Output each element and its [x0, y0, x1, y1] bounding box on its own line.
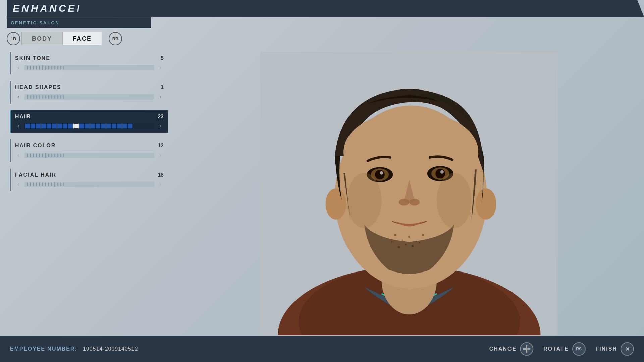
skin-tone-slider[interactable] — [24, 65, 154, 70]
svg-point-15 — [440, 170, 444, 173]
hair-color-next[interactable]: › — [157, 152, 164, 159]
svg-point-24 — [398, 246, 400, 248]
svg-point-26 — [412, 245, 414, 247]
svg-point-21 — [416, 241, 417, 242]
svg-marker-30 — [523, 345, 530, 353]
tab-face[interactable]: FACE — [62, 32, 102, 45]
app-title: ENHANCE! — [13, 3, 82, 14]
employee-label: EMPLOYEE NUMBER: — [10, 346, 77, 352]
svg-point-22 — [422, 234, 424, 236]
bottom-bar: EMPLOYEE NUMBER: 190514-2009140512 CHANG… — [0, 336, 644, 362]
rb-button[interactable]: RB — [109, 32, 122, 45]
lb-button[interactable]: LB — [7, 32, 20, 45]
finish-button[interactable]: FINISH ✕ — [596, 342, 634, 356]
facial-hair-prev[interactable]: ‹ — [15, 181, 22, 188]
option-hair-color[interactable]: HAIR COLOR 12 ‹ — [10, 139, 168, 162]
facial-hair-next[interactable]: › — [157, 181, 164, 188]
employee-section: EMPLOYEE NUMBER: 190514-2009140512 — [10, 346, 138, 352]
svg-point-28 — [347, 173, 382, 228]
hair-slider[interactable] — [24, 123, 154, 129]
hair-next[interactable]: › — [157, 122, 164, 129]
hair-prev[interactable]: ‹ — [15, 122, 22, 129]
svg-point-23 — [391, 241, 392, 243]
head-shapes-prev[interactable]: ‹ — [15, 93, 22, 100]
rotate-label: ROTATE — [543, 346, 569, 352]
change-label: CHANGE — [489, 346, 517, 352]
svg-point-17 — [409, 199, 420, 206]
finish-label: FINISH — [596, 346, 617, 352]
options-panel: SKIN TONE 5 ‹ — [10, 52, 168, 335]
skin-tone-next[interactable]: › — [157, 64, 164, 71]
option-facial-hair[interactable]: FACIAL HAIR 18 ‹ — [10, 169, 168, 191]
option-skin-tone[interactable]: SKIN TONE 5 ‹ — [10, 52, 168, 74]
change-button[interactable]: CHANGE — [489, 342, 533, 356]
head-shapes-next[interactable]: › — [157, 93, 164, 100]
svg-point-18 — [394, 234, 396, 236]
employee-number: 190514-2009140512 — [83, 346, 138, 352]
svg-point-10 — [375, 170, 385, 179]
option-hair[interactable]: HAIR 23 ‹ — [10, 110, 168, 133]
facial-hair-slider[interactable] — [24, 182, 154, 187]
character-preview-area — [174, 52, 644, 335]
app-subtitle: GENETIC SALON — [11, 20, 60, 25]
svg-point-19 — [401, 240, 403, 241]
svg-point-14 — [435, 169, 445, 178]
rotate-button[interactable]: ROTATE RS — [543, 342, 585, 356]
svg-point-6 — [476, 188, 496, 220]
head-shapes-slider[interactable] — [24, 94, 154, 100]
option-head-shapes[interactable]: HEAD SHAPES 1 ‹ — [10, 81, 168, 104]
character-face-svg — [174, 52, 644, 335]
subtitle-bar: GENETIC SALON — [7, 17, 151, 28]
finish-x: ✕ — [621, 342, 634, 356]
svg-point-29 — [437, 173, 471, 228]
title-box: ENHANCE! — [7, 0, 644, 17]
svg-point-20 — [408, 236, 410, 238]
hair-color-slider[interactable] — [24, 153, 154, 158]
svg-point-16 — [399, 199, 409, 206]
rotate-rs: RS — [572, 342, 586, 356]
change-dpad — [520, 342, 533, 356]
nav-row: LB BODY FACE RB — [7, 32, 122, 45]
skin-tone-prev[interactable]: ‹ — [15, 64, 22, 71]
svg-point-27 — [419, 242, 420, 243]
tab-body[interactable]: BODY — [21, 32, 62, 45]
svg-point-11 — [380, 171, 383, 175]
hair-color-prev[interactable]: ‹ — [15, 152, 22, 159]
svg-point-5 — [326, 188, 346, 220]
action-buttons: CHANGE ROTATE RS FINISH ✕ — [489, 342, 634, 356]
svg-point-25 — [405, 244, 407, 245]
